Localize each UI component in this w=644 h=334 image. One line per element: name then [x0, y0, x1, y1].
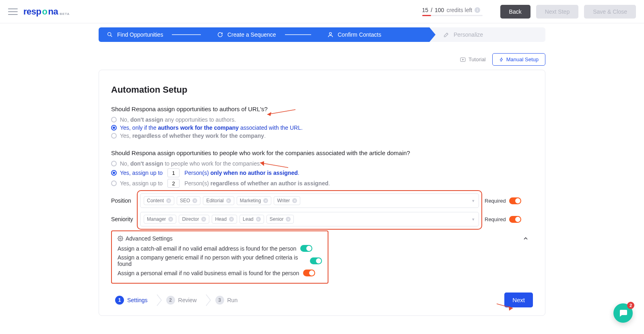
- step-confirm-contacts[interactable]: Confirm Contacts: [319, 27, 429, 42]
- play-icon: [460, 56, 466, 63]
- back-button[interactable]: Back: [500, 5, 530, 19]
- q1-opt2[interactable]: Yes, only if the authors work for the co…: [111, 124, 533, 131]
- advanced-settings-header[interactable]: Advanced Settings: [118, 235, 322, 242]
- user-icon: [327, 31, 334, 38]
- remove-tag-icon[interactable]: ✕: [226, 198, 231, 203]
- radio-icon: [111, 161, 117, 166]
- tag-chip[interactable]: Editorial✕: [203, 196, 234, 205]
- remove-tag-icon[interactable]: ✕: [192, 198, 197, 203]
- tag-chip[interactable]: Manager✕: [144, 215, 176, 224]
- tutorial-label: Tutorial: [469, 56, 486, 62]
- chevron-down-icon: ▾: [472, 217, 475, 222]
- remove-tag-icon[interactable]: ✕: [166, 198, 171, 203]
- q1-opt3[interactable]: Yes, regardless of whether they work for…: [111, 133, 533, 139]
- step-label: Confirm Contacts: [338, 31, 381, 38]
- chat-icon: [618, 308, 628, 318]
- radio-icon: [111, 170, 117, 176]
- tag-chip[interactable]: Head✕: [212, 215, 237, 224]
- info-icon[interactable]: i: [475, 7, 480, 13]
- tag-chip[interactable]: Senior✕: [266, 215, 294, 224]
- question-authors: Should Respona assign opportunities to a…: [111, 106, 533, 112]
- position-tagbox[interactable]: Content✕SEO✕Editorial✕Marketing✕Writer✕▾: [140, 193, 479, 208]
- tag-chip[interactable]: Content✕: [144, 196, 174, 205]
- chevron-up-icon[interactable]: [518, 233, 533, 245]
- q2-opt1[interactable]: No, don't assign to people who work for …: [111, 160, 533, 167]
- svg-line-1: [111, 35, 112, 37]
- remove-tag-icon[interactable]: ✕: [256, 217, 261, 222]
- chat-bubble[interactable]: 2: [613, 303, 633, 323]
- credits-indicator: 15/100 credits left i: [422, 7, 483, 16]
- adv-line1-label: Assign a catch-all email if no valid ema…: [118, 245, 296, 252]
- step-find-opportunities[interactable]: Find Opportunities: [99, 27, 209, 42]
- credits-suffix: credits left: [446, 7, 472, 13]
- q2-opt3[interactable]: Yes, assign up to Person(s) regardless o…: [111, 179, 533, 188]
- gear-icon: [118, 236, 123, 241]
- radio-icon: [111, 117, 117, 122]
- remove-tag-icon[interactable]: ✕: [292, 198, 297, 203]
- tag-chip[interactable]: Lead✕: [239, 215, 264, 224]
- card-title: Automation Setup: [111, 85, 533, 95]
- step-label: Create a Sequence: [227, 31, 276, 38]
- position-required-toggle[interactable]: [509, 197, 521, 204]
- automation-setup-card: Automation Setup Should Respona assign o…: [99, 70, 545, 316]
- svg-marker-4: [462, 59, 464, 60]
- tag-chip[interactable]: Director✕: [179, 215, 209, 224]
- credits-total: 100: [435, 7, 444, 13]
- advanced-settings-title: Advanced Settings: [126, 235, 173, 242]
- step-personalize[interactable]: Personalize: [429, 27, 545, 42]
- step-label: Personalize: [454, 31, 483, 38]
- radio-icon: [111, 125, 117, 131]
- step-label: Find Opportunities: [117, 31, 163, 38]
- save-close-button[interactable]: Save & Close: [584, 5, 636, 19]
- svg-point-0: [108, 33, 111, 36]
- advanced-settings-box: Advanced Settings Assign a catch-all ema…: [111, 230, 328, 284]
- bottom-stepper: 1Settings 2Review 3Run: [111, 293, 246, 307]
- q2-opt2[interactable]: Yes, assign up to Person(s) only when no…: [111, 168, 533, 177]
- adv-line3-toggle[interactable]: [303, 270, 315, 276]
- chat-badge: 2: [627, 302, 634, 309]
- svg-point-5: [120, 238, 121, 239]
- position-required-label: Required: [485, 198, 506, 204]
- remove-tag-icon[interactable]: ✕: [201, 217, 206, 222]
- adv-line1-toggle[interactable]: [300, 245, 312, 252]
- question-companies: Should Respona assign opportunities to p…: [111, 149, 533, 156]
- tutorial-link[interactable]: Tutorial: [460, 56, 486, 63]
- svg-point-2: [329, 33, 331, 35]
- persons-input-regardless[interactable]: [167, 179, 180, 188]
- q1-opt1[interactable]: No, don't assign any opportunities to au…: [111, 116, 533, 123]
- persons-input-only-no-author[interactable]: [167, 168, 180, 177]
- tag-chip[interactable]: Marketing✕: [237, 196, 272, 205]
- position-label: Position: [111, 197, 134, 204]
- tag-chip[interactable]: Writer✕: [274, 196, 300, 205]
- seniority-required-toggle[interactable]: [509, 216, 521, 223]
- step-create-sequence[interactable]: Create a Sequence: [209, 27, 319, 42]
- seniority-label: Seniority: [111, 216, 134, 222]
- tag-chip[interactable]: SEO✕: [177, 196, 200, 205]
- remove-tag-icon[interactable]: ✕: [229, 217, 234, 222]
- credits-used: 15: [422, 7, 429, 13]
- hamburger-menu-icon[interactable]: [8, 8, 18, 15]
- remove-tag-icon[interactable]: ✕: [263, 198, 268, 203]
- remove-tag-icon[interactable]: ✕: [168, 217, 173, 222]
- seniority-tagbox[interactable]: Manager✕Director✕Head✕Lead✕Senior✕▾: [140, 212, 479, 226]
- bstep-settings[interactable]: 1Settings: [111, 293, 157, 307]
- adv-line2-toggle[interactable]: [310, 257, 322, 264]
- seniority-required-label: Required: [485, 216, 506, 222]
- svg-marker-7: [267, 112, 271, 116]
- bstep-review[interactable]: 2Review: [162, 293, 206, 307]
- manual-setup-label: Manual Setup: [506, 56, 539, 62]
- adv-line2-label: Assign a company generic email if no per…: [118, 254, 306, 267]
- bstep-run[interactable]: 3Run: [211, 293, 247, 307]
- edit-icon: [443, 31, 450, 38]
- next-step-button[interactable]: Next Step: [536, 5, 578, 19]
- adv-line3-label: Assign a personal email if no valid busi…: [118, 270, 299, 276]
- chevron-right-icon: [206, 294, 211, 306]
- remove-tag-icon[interactable]: ✕: [286, 217, 291, 222]
- manual-setup-button[interactable]: Manual Setup: [492, 53, 545, 66]
- radio-icon: [111, 133, 117, 139]
- logo[interactable]: respona BETA: [23, 6, 70, 17]
- topbar: respona BETA 15/100 credits left i Back …: [0, 0, 644, 23]
- next-button[interactable]: Next: [504, 293, 533, 307]
- refresh-icon: [217, 31, 223, 38]
- lightning-icon: [499, 57, 504, 62]
